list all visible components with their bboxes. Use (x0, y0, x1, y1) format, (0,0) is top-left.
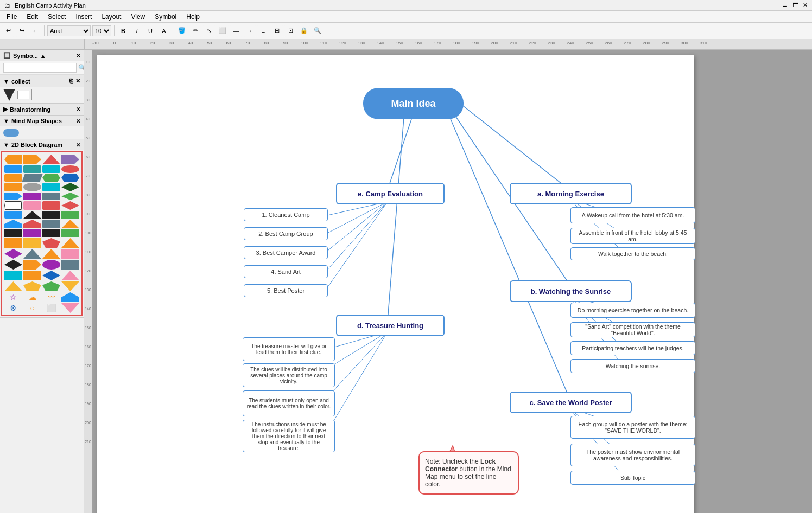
shape-teal-rect[interactable] (23, 165, 41, 173)
shape-red-diamond[interactable] (61, 201, 79, 210)
mindmap-shape-node[interactable]: — (3, 129, 19, 137)
treasure-item-4[interactable]: The instructions inside must be followed… (243, 420, 335, 452)
shape-gray-rect2[interactable] (42, 220, 60, 228)
shape-red-rect[interactable] (42, 201, 60, 210)
shape-cyan2[interactable] (42, 183, 60, 191)
shape-cyan-bar[interactable] (4, 271, 22, 280)
shape-blue-diamond[interactable] (42, 271, 60, 280)
shape-pink-rect2[interactable] (61, 249, 79, 259)
collect-header[interactable]: ▼ collect ⎘ ✕ (0, 75, 84, 87)
branch-sunrise[interactable]: b. Watching the Sunrise (510, 280, 632, 302)
line-btn[interactable]: ✏ (189, 25, 201, 37)
menu-insert[interactable]: Insert (71, 12, 96, 22)
shape-blue-rect[interactable] (4, 165, 22, 173)
shape-orange-arrow[interactable] (23, 155, 41, 164)
shape-gear-outline[interactable]: ⚙ (4, 303, 22, 313)
shape-orange-tri[interactable] (61, 220, 79, 228)
shape-orange-bar[interactable] (23, 271, 41, 280)
shape-orange-arrow2[interactable] (23, 260, 41, 270)
fill-btn[interactable]: 🪣 (176, 25, 188, 37)
camp-eval-item-4[interactable]: 4. Sand Art (244, 265, 328, 278)
minimize-btn[interactable]: 🗕 (782, 2, 788, 9)
shape-yellow-penta[interactable] (23, 281, 41, 291)
symbols-header[interactable]: 🔲 Symbo... ▲ ✕ (0, 50, 84, 61)
align-btn[interactable]: ≡ (257, 25, 269, 37)
shape-purple-circle[interactable] (42, 260, 60, 270)
shape-yellow-tri-inv[interactable] (61, 281, 79, 291)
underline-btn[interactable]: U (144, 25, 156, 37)
shape-ring-outline[interactable]: ○ (23, 303, 41, 313)
treasure-item-2[interactable]: The clues will be distributed into sever… (243, 363, 335, 387)
shape-pink-tri[interactable] (61, 271, 79, 280)
font-color-btn[interactable]: A (158, 25, 170, 37)
shape-blue-house[interactable] (4, 220, 22, 228)
font-size-select[interactable]: 10 (92, 25, 111, 36)
shape-pink-rect[interactable] (23, 201, 41, 210)
shape-gray-rect[interactable] (42, 193, 60, 200)
canvas-container[interactable]: 102030 405060 708090 100110120 130140150… (84, 50, 812, 513)
shape-orange-arrow-r[interactable] (4, 155, 22, 164)
branch-camp-eval[interactable]: e. Camp Evaluation (336, 183, 445, 204)
bold-btn[interactable]: B (117, 25, 129, 37)
branch-morning-ex[interactable]: a. Morning Exercise (510, 183, 632, 204)
shape-gray-bar[interactable] (61, 260, 79, 270)
shape-red-tri[interactable] (42, 155, 60, 164)
search-icon[interactable]: 🔍 (78, 64, 84, 72)
shape-green-hex[interactable] (42, 174, 60, 182)
morning-ex-item-2[interactable]: Assemble in front of the hotel lobby at … (570, 228, 695, 244)
connector-btn[interactable]: ⤡ (203, 25, 215, 37)
treasure-item-1[interactable]: The treasure master will give or lead th… (243, 337, 335, 361)
camp-eval-item-5[interactable]: 5. Best Poster (244, 284, 328, 297)
morning-ex-item-1[interactable]: A Wakeup call from the hotel at 5:30 am. (570, 207, 695, 223)
shape-blue-rect2[interactable] (4, 211, 22, 219)
arrow-btn[interactable]: → (244, 25, 256, 37)
block-close[interactable]: ✕ (76, 142, 80, 148)
shape-gray-half-circle[interactable] (23, 183, 41, 191)
sunrise-item-1[interactable]: Do morning exercise together on the beac… (570, 303, 695, 318)
sunrise-item-3[interactable]: Participating teachers will be the judge… (570, 341, 695, 355)
symbols-close[interactable]: ✕ (76, 53, 80, 59)
collect-shape-2[interactable] (17, 91, 29, 99)
poster-item-2[interactable]: The poster must show environmental aware… (570, 444, 695, 466)
shape-purple-rect[interactable] (23, 193, 41, 200)
shape-red-circle[interactable] (61, 165, 79, 173)
shape-orange-rect2[interactable] (4, 183, 22, 191)
menu-symbol[interactable]: Symbol (150, 12, 181, 22)
search-btn[interactable]: 🔍 (312, 25, 323, 37)
shape-purple-diamond[interactable] (4, 249, 22, 259)
shape-green-bar[interactable] (61, 229, 79, 237)
brainstorming-header[interactable]: ▶ Brainstorming ✕ (0, 104, 84, 115)
branch-poster[interactable]: c. Save the World Poster (510, 392, 632, 413)
maximize-btn[interactable]: 🗖 (792, 2, 798, 9)
shape-black-bar[interactable] (42, 229, 60, 237)
menu-file[interactable]: File (2, 12, 21, 22)
shape-green-rect2[interactable] (61, 211, 79, 219)
symbols-expand[interactable]: ▲ (40, 53, 46, 59)
shape-black-dash[interactable] (4, 229, 22, 237)
shape-blue-arrow[interactable] (4, 193, 22, 200)
shape-darkgreen-diamond[interactable] (61, 183, 79, 191)
shape-red-house[interactable] (23, 220, 41, 228)
shape-black-tri[interactable] (23, 211, 41, 219)
shape-orange-tri2[interactable] (61, 238, 79, 248)
italic-btn[interactable]: I (131, 25, 143, 37)
shape-green-diamond[interactable] (61, 193, 79, 200)
misc-btn[interactable]: ⊞ (271, 25, 283, 37)
sunrise-item-2[interactable]: "Sand Art" competition with the theme "B… (570, 322, 695, 337)
shape-black-rect[interactable] (42, 211, 60, 219)
line-style-btn[interactable]: — (230, 25, 242, 37)
poster-item-3[interactable]: Sub Topic (570, 471, 695, 485)
shape-orange-wide[interactable] (4, 238, 22, 248)
shape-purple-arrow[interactable] (61, 155, 79, 164)
shape-red-penta[interactable] (42, 238, 60, 248)
treasure-item-3[interactable]: The students must only open and read the… (243, 390, 335, 416)
canvas[interactable]: Main Idea e. Camp Evaluation 1. Cleanest… (97, 55, 694, 513)
menu-layout[interactable]: Layout (97, 12, 125, 22)
collect-copy-icon[interactable]: ⎘ (69, 78, 73, 85)
shape-orange-rect[interactable] (4, 174, 22, 182)
shape-gray-parallelogram[interactable] (22, 174, 42, 182)
shape-btn[interactable]: ⬜ (217, 25, 229, 37)
font-family-select[interactable]: Arial (47, 25, 91, 36)
shape-wave-outline[interactable]: 〰 (42, 292, 60, 302)
shape-cloud-outline[interactable]: ☁ (23, 292, 41, 302)
